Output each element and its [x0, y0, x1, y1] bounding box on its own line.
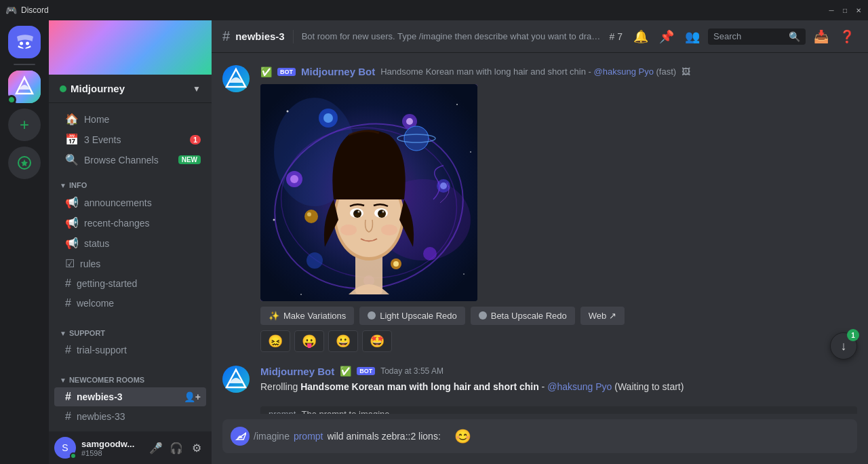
- slash-command-name: /imagine: [254, 431, 290, 442]
- image-attachment-1: [260, 84, 477, 301]
- bot-avatar-1: [222, 65, 250, 92]
- titlebar: 🎮 Discord ─ □ ✕: [0, 0, 868, 20]
- explore-servers-button[interactable]: [8, 147, 41, 179]
- category-info-header[interactable]: ▼ INFO: [49, 170, 212, 192]
- message-timestamp-2: Today at 3:55 AM: [380, 366, 443, 376]
- server-icon-midjourney[interactable]: [8, 71, 41, 103]
- channel-rules-label: rules: [80, 258, 201, 269]
- prompt-hint: prompt The prompt to imagine: [260, 406, 857, 414]
- scroll-down-icon: ↓: [841, 339, 847, 353]
- input-area: /imagine prompt 😊: [212, 414, 868, 464]
- svg-point-30: [353, 210, 361, 218]
- inbox-button[interactable]: 📥: [811, 26, 831, 47]
- light-upscale-redo-label: Light Upscale Redo: [380, 311, 456, 321]
- messages-area[interactable]: ✅ BOT Midjourney Bot Handsome Korean man…: [212, 53, 868, 414]
- topbar-channel-icon: #: [222, 28, 230, 44]
- announcements-icon: 📢: [65, 196, 79, 209]
- channel-getting-started-label: getting-started: [77, 278, 201, 289]
- app-layout: + Midjourney ▼ 🏠 Home 📅 3 Ev: [0, 20, 868, 464]
- threads-count: 7: [617, 31, 623, 42]
- message-header-1: ✅ BOT Midjourney Bot Handsome Korean man…: [260, 65, 857, 79]
- reaction-btn-3[interactable]: 😀: [328, 330, 358, 352]
- slash-command-area: /imagine prompt: [222, 419, 446, 453]
- svg-point-34: [358, 210, 360, 212]
- svg-point-33: [379, 211, 382, 214]
- sidebar-item-home[interactable]: 🏠 Home: [54, 109, 206, 129]
- web-button[interactable]: Web ↗: [580, 307, 625, 325]
- home-icon: 🏠: [65, 113, 79, 125]
- channel-newbies-3-label: newbies-3: [77, 391, 178, 402]
- server-banner: [49, 20, 212, 75]
- channel-announcements[interactable]: 📢 announcements: [54, 193, 206, 212]
- reaction-btn-4[interactable]: 🤩: [362, 330, 392, 352]
- add-server-button[interactable]: +: [8, 109, 41, 141]
- beta-upscale-redo-button[interactable]: Beta Upscale Redo: [471, 307, 575, 325]
- category-newcomer-arrow: ▼: [60, 376, 66, 384]
- server-header[interactable]: Midjourney ▼: [49, 75, 212, 103]
- svg-point-37: [381, 225, 397, 235]
- help-button[interactable]: ❓: [837, 26, 857, 47]
- channel-status[interactable]: 📢 status: [54, 233, 206, 253]
- browse-new-badge: NEW: [178, 155, 201, 164]
- server-name: Midjourney: [71, 83, 125, 94]
- web-label: Web ↗: [589, 311, 616, 321]
- search-box[interactable]: 🔍: [708, 28, 806, 45]
- channel-newbies-3[interactable]: # newbies-3 👤+: [54, 387, 206, 406]
- category-newcomer-rooms-header[interactable]: ▼ NEWCOMER ROOMS: [49, 365, 212, 387]
- deafen-button[interactable]: 🎧: [167, 438, 186, 457]
- getting-started-icon: #: [65, 277, 71, 290]
- topbar-divider: [293, 30, 294, 43]
- category-support-header[interactable]: ▼ SUPPORT: [49, 318, 212, 340]
- channel-getting-started[interactable]: # getting-started: [54, 274, 206, 293]
- settings-button[interactable]: ⚙: [187, 438, 206, 457]
- minimize-button[interactable]: ─: [827, 6, 835, 14]
- svg-point-35: [382, 210, 384, 212]
- maximize-button[interactable]: □: [841, 6, 849, 14]
- channel-newbies-33[interactable]: # newbies-33: [54, 407, 206, 426]
- notification-button[interactable]: 🔔: [631, 26, 651, 47]
- message-content-1: ✅ BOT Midjourney Bot Handsome Korean man…: [260, 65, 857, 352]
- sidebar-item-events[interactable]: 📅 3 Events 1: [54, 130, 206, 149]
- channel-newbies-33-label: newbies-33: [77, 411, 201, 422]
- slash-command-icon: [231, 427, 250, 446]
- imagine-input[interactable]: [328, 431, 446, 442]
- mute-button[interactable]: 🎤: [146, 438, 165, 457]
- svg-point-0: [20, 42, 23, 45]
- category-support-label: SUPPORT: [69, 329, 105, 337]
- channel-rules[interactable]: ☑ rules: [54, 254, 206, 273]
- sidebar-item-events-label: 3 Events: [84, 134, 184, 145]
- emoji-button[interactable]: 😊: [446, 423, 479, 450]
- svg-point-1: [26, 42, 29, 45]
- sidebar-item-browse-label: Browse Channels: [84, 155, 173, 166]
- sidebar-item-browse-channels[interactable]: 🔍 Browse Channels NEW: [54, 150, 206, 170]
- members-button[interactable]: 👥: [682, 26, 703, 47]
- reaction-btn-1[interactable]: 😖: [260, 330, 290, 352]
- message-header-2: Midjourney Bot ✅ BOT Today at 3:55 AM: [260, 366, 857, 377]
- server-icon-discord-home[interactable]: [8, 26, 41, 58]
- verified-icon-2: ✅: [340, 366, 351, 376]
- search-icon: 🔍: [789, 31, 800, 42]
- titlebar-app-name: Discord: [21, 5, 49, 15]
- threads-button[interactable]: # 7: [606, 28, 625, 45]
- channel-welcome[interactable]: # welcome: [54, 294, 206, 313]
- make-variations-button[interactable]: ✨ Make Variations: [260, 307, 354, 325]
- channel-trial-support[interactable]: # trial-support: [54, 341, 206, 360]
- category-newcomer-rooms: ▼ NEWCOMER ROOMS # newbies-3 👤+ # newbie…: [49, 365, 212, 426]
- close-button[interactable]: ✕: [854, 6, 863, 14]
- prompt-hint-wrapper: prompt The prompt to imagine: [260, 406, 857, 414]
- pin-button[interactable]: 📌: [656, 26, 677, 47]
- message-content-2: Midjourney Bot ✅ BOT Today at 3:55 AM Re…: [260, 366, 857, 394]
- reaction-btn-2[interactable]: 😛: [294, 330, 324, 352]
- channel-list: 🏠 Home 📅 3 Events 1 🔍 Browse Channels NE…: [49, 103, 212, 431]
- server-sidebar: +: [0, 20, 49, 464]
- category-newcomer-label: NEWCOMER ROOMS: [69, 376, 144, 384]
- beta-upscale-redo-label: Beta Upscale Redo: [491, 311, 567, 321]
- variations-icon: ✨: [269, 311, 279, 321]
- scroll-to-bottom-button[interactable]: ↓ 1: [830, 332, 857, 360]
- search-input[interactable]: [713, 31, 785, 41]
- light-upscale-redo-button[interactable]: Light Upscale Redo: [359, 307, 465, 325]
- reaction-buttons-group: 😖 😛 😀 🤩: [260, 330, 857, 352]
- channel-recent-changes[interactable]: 📢 recent-changes: [54, 213, 206, 233]
- user-controls: 🎤 🎧 ⚙: [146, 438, 206, 457]
- svg-point-17: [307, 252, 323, 269]
